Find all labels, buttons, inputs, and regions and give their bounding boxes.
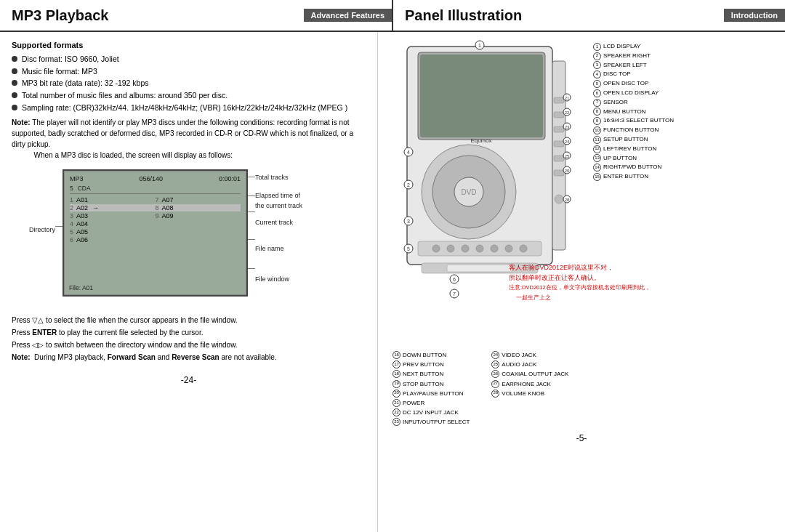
- svg-text:2: 2: [407, 182, 410, 188]
- dir-label: Directory: [12, 226, 55, 233]
- mp3-diagram: Total tracks Elapsed time ofthe current …: [12, 166, 366, 308]
- bottom-labels: 16DOWN BUTTON 17PREV BUTTON 18NEXT BUTTO…: [392, 350, 778, 427]
- bottom-labels-right: 24VIDEO JACK 25AUDIO JACK 26COAXIAL OUTP…: [491, 350, 568, 427]
- chinese-note: 客人在验DVD2012E时说这里不对，所以翻单时改正在让客人确认。 注意:DVD…: [509, 263, 683, 302]
- label-15: 15ENTER BUTTON: [593, 172, 778, 182]
- svg-text:Equinox: Equinox: [471, 137, 492, 144]
- svg-rect-18: [554, 112, 564, 118]
- annot-current-track: Current track: [255, 217, 302, 227]
- header-right-section: Panel Illustration Introduction: [393, 0, 785, 31]
- svg-point-23: [555, 195, 563, 203]
- right-section-badge: Introduction: [724, 9, 785, 22]
- annot-elapsed: Elapsed time ofthe current track: [255, 190, 302, 211]
- list-item: Sampling rate: (CBR)32kHz/44. 1kHz/48kHz…: [12, 102, 366, 113]
- page-header: MP3 Playback Advanced Features Panel Ill…: [0, 0, 785, 32]
- label-28: 28VOLUME KNOB: [491, 389, 568, 398]
- note-text: Note: The player will not identify or pl…: [12, 117, 366, 161]
- svg-rect-21: [554, 156, 564, 161]
- label-14: 14RIGHT/FWD BUTTON: [593, 163, 778, 172]
- label-23: 23INPUT/OUTPUT SELECT: [392, 417, 470, 427]
- list-item: Disc format: ISO 9660, Joliet: [12, 54, 366, 65]
- press-3: Press ◁▷ to switch between the directory…: [12, 339, 366, 351]
- bullet-text: Total number of music files and albums: …: [22, 90, 228, 101]
- svg-text:28: 28: [565, 198, 570, 202]
- bullet-dot: [12, 105, 17, 110]
- left-section-badge: Advanced Features: [304, 9, 392, 22]
- label-18: 18NEXT BUTTON: [392, 369, 470, 379]
- mp3-file-3: 3A03: [70, 212, 156, 219]
- annotation-labels: Total tracks Elapsed time ofthe current …: [255, 172, 302, 284]
- mp3-file-empty: [156, 220, 241, 227]
- note-label: Note:: [12, 118, 31, 126]
- dir-line: [55, 226, 63, 227]
- right-page-title: Panel Illustration: [393, 7, 522, 24]
- mp3-format: MP3: [70, 175, 84, 182]
- svg-text:5: 5: [407, 246, 410, 251]
- bullet-dot: [12, 56, 17, 62]
- mp3-file-1: 1A01: [70, 196, 156, 203]
- svg-text:21: 21: [565, 96, 570, 100]
- bullet-text: Sampling rate: (CBR)32kHz/44. 1kHz/48kHz…: [22, 102, 347, 113]
- label-5: 5OPEN DISC TOP: [593, 79, 778, 89]
- right-panel: Equinox DVD: [378, 32, 785, 532]
- label-2: 2SPEAKER RIGHT: [593, 52, 778, 61]
- press-instructions: Press ▽△ to select the file when the cur…: [12, 314, 366, 363]
- mp3-footer: File: A01: [69, 284, 93, 291]
- section-title: Supported formats: [12, 41, 366, 49]
- label-9: 916:9/4:3 SELECT BUTTON: [593, 116, 778, 126]
- label-19: 19STOP BUTTON: [392, 379, 470, 389]
- mp3-file-7: 7A07: [156, 196, 241, 203]
- note-line2: When a MP3 disc is loaded, the screen wi…: [12, 151, 233, 159]
- list-item: MP3 bit rate (data rate): 32 -192 kbps: [12, 78, 366, 89]
- label-10: 10FUNCTION BUTTON: [593, 126, 778, 135]
- svg-text:1: 1: [478, 43, 481, 48]
- bottom-labels-left: 16DOWN BUTTON 17PREV BUTTON 18NEXT BUTTO…: [392, 350, 470, 427]
- label-3: 3SPEAKER LEFT: [593, 61, 778, 70]
- svg-text:6: 6: [453, 277, 456, 282]
- svg-point-14: [505, 245, 512, 252]
- label-1: 1LCD DISPLAY: [593, 42, 778, 52]
- svg-point-15: [520, 245, 527, 252]
- mp3-dir-num: 5: [70, 185, 73, 192]
- label-8: 8MENU BUTTON: [593, 108, 778, 117]
- mp3-file-8: 8A08: [156, 204, 241, 211]
- svg-text:26: 26: [565, 169, 570, 173]
- label-13: 13UP BUTTON: [593, 154, 778, 164]
- press-1: Press ▽△ to select the file when the cur…: [12, 314, 366, 326]
- mp3-file-2: 2A02→: [70, 204, 156, 211]
- mp3-top-bar: MP3 056/140 0:00:01: [70, 175, 241, 182]
- svg-text:3: 3: [407, 219, 410, 224]
- svg-text:DVD: DVD: [461, 188, 476, 196]
- press-4: Note: During MP3 playback, Forward Scan …: [12, 351, 366, 363]
- label-4: 4DISC TOP: [593, 70, 778, 79]
- svg-rect-25: [447, 265, 512, 272]
- label-21: 21POWER: [392, 398, 470, 408]
- label-11: 11SETUP BUTTON: [593, 135, 778, 145]
- press-2: Press ENTER to play the current file sel…: [12, 326, 366, 339]
- svg-rect-2: [420, 55, 543, 137]
- main-content: Supported formats Disc format: ISO 9660,…: [0, 32, 785, 532]
- bullet-dot: [12, 68, 17, 74]
- label-26: 26COAXIAL OUTPUT JACK: [491, 369, 568, 379]
- label-27: 27EARPHONE JACK: [491, 379, 568, 389]
- svg-rect-20: [554, 141, 564, 147]
- mp3-file-6: 6A06: [70, 236, 156, 243]
- list-item: Total number of music files and albums: …: [12, 90, 366, 101]
- svg-text:4: 4: [407, 150, 410, 155]
- left-page-number: -24-: [12, 375, 366, 385]
- bullet-text: MP3 bit rate (data rate): 32 -192 kbps: [22, 78, 149, 89]
- list-item: Music file format: MP3: [12, 66, 366, 77]
- mp3-file-9: 9A09: [156, 212, 241, 219]
- mp3-file-5: 5A05: [70, 228, 156, 235]
- svg-rect-17: [554, 97, 564, 103]
- right-page-number: -5-: [385, 433, 778, 443]
- svg-point-10: [447, 245, 454, 252]
- bullet-text: Music file format: MP3: [22, 66, 97, 77]
- mp3-file-empty2: [156, 228, 241, 235]
- bullet-list: Disc format: ISO 9660, JolietMusic file …: [12, 54, 366, 113]
- svg-point-12: [476, 245, 483, 252]
- mp3-screen-inner: MP3 056/140 0:00:01 5 CDA 1A01 7A07 2A02…: [65, 172, 246, 294]
- bullet-dot: [12, 92, 17, 98]
- device-illustration: Equinox DVD: [385, 39, 589, 346]
- annot-filename: File name: [255, 243, 302, 254]
